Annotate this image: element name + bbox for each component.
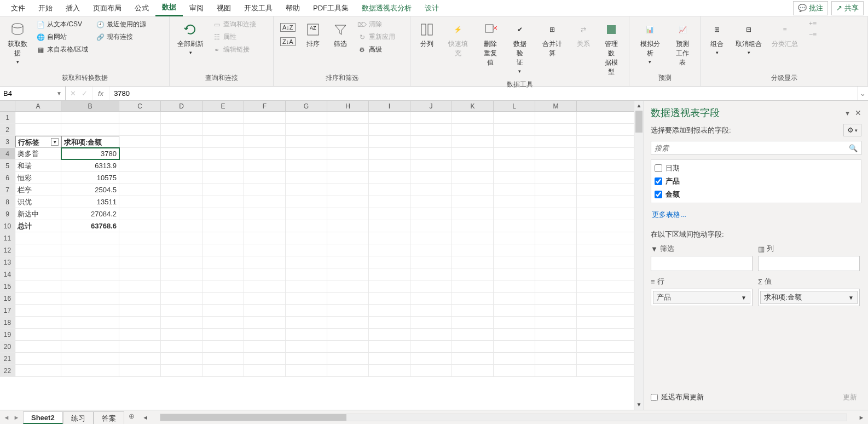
cell[interactable] bbox=[410, 184, 452, 196]
cell[interactable] bbox=[161, 112, 202, 123]
cell[interactable] bbox=[202, 220, 244, 232]
cell[interactable] bbox=[535, 353, 577, 364]
cell[interactable] bbox=[410, 112, 452, 123]
remove-dup-button[interactable]: 删除 重复值 bbox=[478, 19, 504, 70]
cell[interactable] bbox=[286, 160, 327, 171]
field-product-checkbox[interactable] bbox=[655, 177, 662, 185]
grid-row[interactable]: 6恒彩10575 bbox=[0, 172, 634, 184]
cell[interactable] bbox=[15, 293, 61, 304]
cell[interactable] bbox=[15, 317, 61, 328]
cell[interactable] bbox=[410, 196, 452, 208]
consolidate-button[interactable]: ⊞合并计算 bbox=[536, 19, 568, 60]
cell[interactable] bbox=[119, 280, 161, 292]
cell[interactable] bbox=[119, 353, 161, 364]
cell[interactable] bbox=[161, 305, 202, 316]
value-field-item[interactable]: 求和项:金额▼ bbox=[760, 291, 858, 304]
defer-checkbox[interactable] bbox=[651, 394, 658, 401]
cell[interactable] bbox=[202, 112, 244, 123]
grid-row[interactable]: 9新达中27084.2 bbox=[0, 208, 634, 220]
cell[interactable] bbox=[452, 184, 494, 196]
cell[interactable] bbox=[494, 280, 535, 292]
row-header[interactable]: 10 bbox=[0, 220, 15, 232]
cell[interactable] bbox=[161, 220, 202, 232]
cell[interactable] bbox=[61, 280, 119, 292]
chevron-down-icon[interactable]: ▼ bbox=[741, 295, 747, 301]
cell[interactable] bbox=[15, 305, 61, 316]
cell[interactable] bbox=[327, 172, 369, 184]
cell[interactable] bbox=[327, 232, 369, 244]
col-header-J[interactable]: J bbox=[410, 101, 452, 111]
cell[interactable] bbox=[119, 136, 161, 147]
cell[interactable] bbox=[286, 244, 327, 256]
cell[interactable] bbox=[286, 329, 327, 340]
cell[interactable] bbox=[494, 208, 535, 220]
field-search-input[interactable] bbox=[655, 144, 849, 152]
cell[interactable] bbox=[202, 160, 244, 171]
cell[interactable] bbox=[161, 232, 202, 244]
from-csv-button[interactable]: 📄从文本/CSV bbox=[34, 19, 90, 30]
cell[interactable] bbox=[494, 317, 535, 328]
col-header-G[interactable]: G bbox=[286, 101, 327, 111]
cell[interactable] bbox=[369, 136, 410, 147]
cell[interactable] bbox=[535, 184, 577, 196]
cell[interactable] bbox=[202, 148, 244, 159]
formula-input[interactable] bbox=[114, 89, 853, 98]
from-table-button[interactable]: ▦来自表格/区域 bbox=[34, 44, 90, 55]
cell[interactable] bbox=[119, 184, 161, 196]
cell[interactable] bbox=[15, 268, 61, 280]
from-web-button[interactable]: 🌐自网站 bbox=[34, 31, 90, 43]
cell[interactable] bbox=[410, 172, 452, 184]
cell[interactable] bbox=[119, 268, 161, 280]
cell[interactable] bbox=[202, 341, 244, 352]
cell[interactable] bbox=[494, 293, 535, 304]
cell[interactable] bbox=[535, 124, 577, 135]
cell[interactable] bbox=[452, 244, 494, 256]
cell[interactable] bbox=[244, 208, 286, 220]
cell[interactable] bbox=[494, 341, 535, 352]
cell[interactable] bbox=[161, 208, 202, 220]
cell[interactable] bbox=[327, 136, 369, 147]
share-button[interactable]: ↗共享 bbox=[831, 1, 864, 15]
cell[interactable] bbox=[369, 365, 410, 376]
cell[interactable] bbox=[410, 220, 452, 232]
horizontal-scrollbar[interactable]: ◄ ► bbox=[139, 410, 868, 424]
cell[interactable] bbox=[369, 208, 410, 220]
cell[interactable] bbox=[286, 353, 327, 364]
cell[interactable] bbox=[494, 124, 535, 135]
cell[interactable] bbox=[369, 329, 410, 340]
cell[interactable] bbox=[202, 232, 244, 244]
cell[interactable] bbox=[452, 172, 494, 184]
cell[interactable] bbox=[369, 220, 410, 232]
field-date-checkbox[interactable] bbox=[655, 164, 662, 172]
hscroll-right-icon[interactable]: ► bbox=[857, 414, 866, 421]
row-header[interactable]: 5 bbox=[0, 160, 15, 171]
cell[interactable] bbox=[119, 365, 161, 376]
comments-button[interactable]: 💬批注 bbox=[793, 1, 828, 15]
recent-sources-button[interactable]: 🕘最近使用的源 bbox=[94, 19, 148, 30]
grid-row[interactable]: 1 bbox=[0, 112, 634, 124]
cell[interactable] bbox=[119, 293, 161, 304]
field-date[interactable]: 日期 bbox=[655, 163, 858, 173]
advanced-filter-button[interactable]: ⚙高级 bbox=[356, 44, 397, 55]
menu-design[interactable]: 设计 bbox=[418, 1, 445, 16]
cell[interactable] bbox=[369, 196, 410, 208]
cell[interactable] bbox=[244, 317, 286, 328]
grid-row[interactable]: 14 bbox=[0, 268, 634, 280]
refresh-all-button[interactable]: 全部刷新▾ bbox=[174, 19, 207, 58]
expand-formula-icon[interactable]: ⌄ bbox=[857, 87, 868, 100]
cell[interactable] bbox=[410, 293, 452, 304]
grid-row[interactable]: 7栏亭2504.5 bbox=[0, 184, 634, 196]
cell[interactable] bbox=[535, 280, 577, 292]
whatif-button[interactable]: 📊模拟分析▾ bbox=[634, 19, 666, 67]
cell[interactable] bbox=[244, 196, 286, 208]
cell[interactable] bbox=[202, 353, 244, 364]
cell[interactable] bbox=[327, 280, 369, 292]
cell[interactable] bbox=[410, 305, 452, 316]
cell[interactable] bbox=[535, 244, 577, 256]
cell[interactable] bbox=[119, 244, 161, 256]
cell[interactable] bbox=[327, 196, 369, 208]
cell[interactable] bbox=[119, 232, 161, 244]
cell[interactable] bbox=[286, 208, 327, 220]
cell[interactable] bbox=[161, 148, 202, 159]
cell[interactable] bbox=[535, 160, 577, 171]
